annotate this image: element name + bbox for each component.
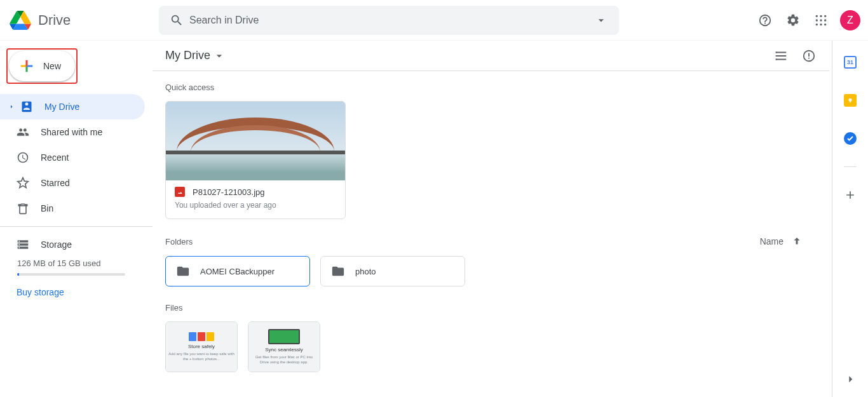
sort-label: Name xyxy=(760,236,783,246)
storage-bar xyxy=(17,273,125,276)
svg-point-3 xyxy=(816,19,818,21)
sidebar-nav: My Drive Shared with me Recent Starred B… xyxy=(0,94,153,221)
svg-point-6 xyxy=(816,24,818,25)
sidebar-item-storage[interactable]: Storage xyxy=(17,232,137,257)
collapse-side-panel-icon[interactable] xyxy=(832,364,868,394)
quick-access-card[interactable]: P81027-121003.jpg You uploaded over a ye… xyxy=(165,101,346,219)
sidebar-item-starred[interactable]: Starred xyxy=(0,170,145,196)
settings-gear-icon[interactable] xyxy=(780,8,806,33)
plus-icon xyxy=(18,57,36,75)
svg-point-8 xyxy=(824,24,826,25)
sidebar-item-label: My Drive xyxy=(44,102,79,112)
tasks-app-icon[interactable] xyxy=(837,126,863,151)
buy-storage-link[interactable]: Buy storage xyxy=(17,287,64,297)
info-icon[interactable] xyxy=(796,43,822,69)
drive-logo-icon xyxy=(8,8,33,33)
apps-grid-icon[interactable] xyxy=(808,8,834,33)
header-bar: Drive Z xyxy=(0,0,868,41)
svg-point-0 xyxy=(816,15,818,17)
star-icon xyxy=(17,177,29,189)
header-actions: Z xyxy=(752,8,863,33)
folder-name: AOMEI CBackupper xyxy=(200,267,275,276)
svg-point-5 xyxy=(824,19,826,21)
my-drive-icon xyxy=(20,100,33,113)
svg-point-1 xyxy=(820,15,822,17)
account-avatar[interactable]: Z xyxy=(840,10,860,30)
side-panel: 31 xyxy=(832,41,868,397)
search-bar[interactable] xyxy=(159,6,619,35)
svg-rect-10 xyxy=(850,101,851,102)
sidebar-item-recent[interactable]: Recent xyxy=(0,145,145,170)
folder-icon xyxy=(176,264,190,278)
sidebar-item-label: Starred xyxy=(41,178,70,188)
image-file-icon xyxy=(175,187,185,197)
folder-name: photo xyxy=(355,267,376,276)
keep-app-icon[interactable] xyxy=(837,88,863,113)
search-icon[interactable] xyxy=(164,8,189,33)
sidebar-item-label: Bin xyxy=(41,203,53,213)
file-card[interactable]: Sync seamlessly Get files from your Mac … xyxy=(248,321,320,372)
storage-section: Storage 126 MB of 15 GB used Buy storage xyxy=(0,232,153,297)
toolbar: My Drive xyxy=(153,41,829,71)
add-app-icon[interactable] xyxy=(837,182,863,208)
arrow-up-icon xyxy=(791,236,803,247)
new-button[interactable]: New xyxy=(9,51,75,81)
svg-point-4 xyxy=(820,19,822,21)
new-button-label: New xyxy=(43,61,61,71)
sidebar-item-shared[interactable]: Shared with me xyxy=(0,119,145,145)
folder-card[interactable]: photo xyxy=(320,256,465,286)
list-view-icon[interactable] xyxy=(768,43,794,69)
quick-access-subtitle: You uploaded over a year ago xyxy=(175,201,336,210)
app-name: Drive xyxy=(38,12,71,29)
svg-point-7 xyxy=(820,24,822,25)
file-card[interactable]: Store safely Add any file you want to ke… xyxy=(165,321,238,372)
chevron-right-icon[interactable] xyxy=(5,103,18,111)
quick-access-heading: Quick access xyxy=(165,83,822,92)
storage-icon xyxy=(17,238,29,251)
main-area: My Drive Quick access xyxy=(153,41,832,397)
calendar-app-icon[interactable]: 31 xyxy=(837,50,863,75)
search-options-icon[interactable] xyxy=(588,8,614,33)
sort-control[interactable]: Name xyxy=(760,236,822,247)
tutorial-highlight: New xyxy=(6,48,78,84)
quick-access-thumbnail xyxy=(166,102,345,180)
folder-icon xyxy=(331,264,345,278)
svg-point-2 xyxy=(824,15,826,17)
search-input[interactable] xyxy=(189,15,588,26)
files-heading: Files xyxy=(165,303,822,313)
storage-used-text: 126 MB of 15 GB used xyxy=(17,259,137,268)
storage-label: Storage xyxy=(41,239,72,250)
breadcrumb-label: My Drive xyxy=(165,49,210,62)
file-thumbnail: Store safely Add any file you want to ke… xyxy=(166,322,237,372)
folder-card[interactable]: AOMEI CBackupper xyxy=(165,256,310,286)
bin-icon xyxy=(17,202,29,215)
shared-icon xyxy=(17,126,29,138)
file-thumbnail: Sync seamlessly Get files from your Mac … xyxy=(248,322,320,372)
recent-icon xyxy=(17,151,29,164)
sidebar-item-my-drive[interactable]: My Drive xyxy=(0,94,145,119)
sidebar: New My Drive Shared with me Recent Starr… xyxy=(0,41,153,397)
sidebar-item-label: Shared with me xyxy=(41,127,102,137)
chevron-down-icon xyxy=(213,50,226,62)
folders-heading: Folders xyxy=(165,237,193,246)
help-icon[interactable] xyxy=(752,8,778,33)
quick-access-filename: P81027-121003.jpg xyxy=(193,187,265,197)
sidebar-item-label: Recent xyxy=(41,152,69,163)
logo-area[interactable]: Drive xyxy=(8,8,159,33)
sidebar-item-bin[interactable]: Bin xyxy=(0,196,145,221)
content-scroll[interactable]: Quick access P81027-121003.jpg You uploa… xyxy=(153,71,832,397)
svg-point-9 xyxy=(849,98,852,102)
breadcrumb[interactable]: My Drive xyxy=(165,49,226,62)
